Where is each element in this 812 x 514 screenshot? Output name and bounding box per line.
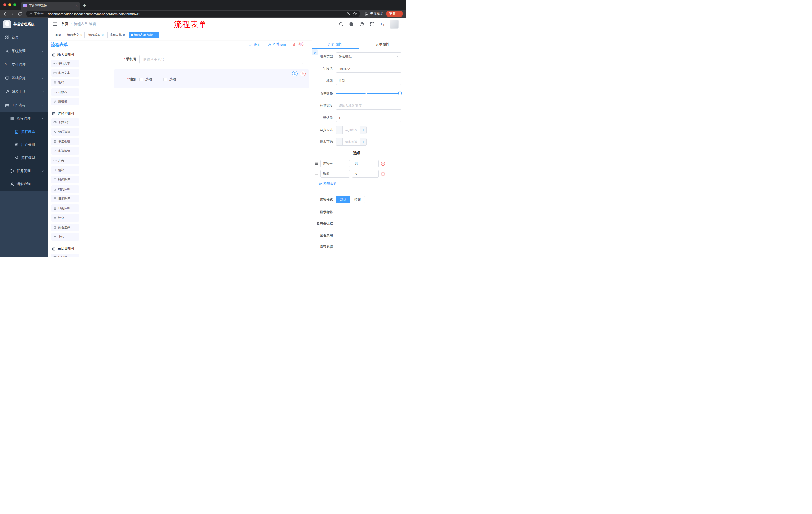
tag-process-model[interactable]: 流程模型× (86, 32, 106, 38)
style-button-button[interactable]: 按钮 (350, 196, 365, 204)
traffic-light-zoom[interactable] (13, 3, 16, 6)
tag-process-definition[interactable]: 流程定义× (65, 32, 85, 38)
security-chip[interactable]: 不安全 (29, 11, 44, 16)
forward-icon[interactable] (10, 11, 14, 16)
option-label-input[interactable] (320, 170, 350, 178)
sidebar-item-task-management[interactable]: 任务管理 (0, 164, 48, 178)
slider-handle[interactable] (398, 91, 402, 95)
palette-item-checkbox-group[interactable]: 多选框组 (51, 147, 79, 155)
close-icon[interactable]: × (123, 33, 125, 37)
traffic-light-close[interactable] (3, 3, 6, 6)
grid-slider[interactable] (336, 89, 402, 97)
palette-item-single-line-text[interactable]: 单行文本 (51, 60, 79, 67)
sidebar-item-dev-tools[interactable]: 研发工具 (0, 85, 48, 99)
title-input[interactable] (336, 77, 402, 85)
phone-input[interactable] (140, 55, 303, 64)
delete-widget-button[interactable] (300, 71, 306, 77)
sidebar-item-process-management[interactable]: 流程管理 (0, 112, 48, 125)
increase-button[interactable]: + (360, 138, 366, 145)
palette-item-multi-line-text[interactable]: 多行文本 (51, 69, 79, 77)
avatar[interactable] (390, 20, 399, 29)
browser-tab[interactable]: 芋道管理系统 × (21, 1, 80, 9)
sidebar-item-payment-management[interactable]: ¥支付管理 (0, 58, 48, 72)
user-menu[interactable] (390, 20, 403, 29)
tag-process-form-edit[interactable]: 流程表单-编辑× (128, 32, 159, 38)
github-icon[interactable] (349, 22, 354, 26)
decrease-button[interactable]: − (336, 138, 343, 145)
tag-process-form[interactable]: 流程表单× (107, 32, 127, 38)
close-icon[interactable]: × (76, 4, 78, 7)
address-bar[interactable]: 不安全 dashboard.yudao.iocoder.cn/bpm/manag… (26, 10, 360, 17)
tab-form-props[interactable]: 表单属性 (359, 40, 406, 49)
label-width-input[interactable] (336, 102, 402, 110)
save-button[interactable]: 保存 (249, 42, 261, 47)
sidebar-item-process-form[interactable]: 流程表单 (0, 125, 48, 138)
sidebar-item-process-model[interactable]: 流程模型 (0, 152, 48, 164)
widget-phone[interactable]: *手机号 (114, 52, 309, 67)
tag-home[interactable]: 首页 (53, 32, 63, 38)
close-icon[interactable]: × (80, 33, 82, 37)
palette-item-radio-group[interactable]: 单选框组 (51, 138, 79, 145)
close-icon[interactable]: × (154, 33, 156, 37)
view-json-button[interactable]: 查看json (267, 42, 286, 47)
palette-item-password[interactable]: 密码 (51, 79, 79, 86)
default-value-input[interactable] (336, 114, 402, 122)
kebab-menu-icon[interactable]: ⋮ (398, 12, 401, 16)
sidebar-item-home[interactable]: 首页 (0, 31, 48, 44)
back-icon[interactable] (2, 11, 7, 16)
palette-item-color-picker[interactable]: 颜色选择 (51, 223, 79, 231)
palette-item-select[interactable]: 下拉选择 (51, 118, 79, 126)
sidebar-item-system-management[interactable]: 系统管理 (0, 44, 48, 58)
palette-item-counter[interactable]: 123计数器 (51, 88, 79, 96)
sidebar-item-infrastructure[interactable]: 基础设施 (0, 72, 48, 85)
key-icon[interactable] (347, 12, 351, 16)
minus-circle-icon[interactable] (381, 171, 385, 176)
reload-icon[interactable] (18, 11, 22, 16)
option-value-input[interactable] (352, 170, 379, 178)
add-option-button[interactable]: 添加选项 (318, 181, 402, 186)
palette-item-time-range[interactable]: 时间范围 (51, 185, 79, 193)
palette-item-time-picker[interactable]: 时间选择 (51, 176, 79, 183)
bookmark-star-icon[interactable] (353, 12, 357, 16)
increase-button[interactable]: + (360, 127, 366, 134)
copy-widget-button[interactable] (292, 71, 298, 77)
tab-component-props[interactable]: 组件属性 (312, 40, 359, 49)
decrease-button[interactable]: − (336, 127, 343, 134)
form-canvas[interactable]: *手机号 *性别 选项一 (111, 49, 312, 257)
breadcrumb-home[interactable]: 首页 (61, 22, 68, 26)
palette-item-slider[interactable]: 滑块 (51, 166, 79, 174)
sidebar-item-user-group[interactable]: 用户分组 (0, 138, 48, 152)
palette-item-switch[interactable]: 开关 (51, 157, 79, 164)
style-default-button[interactable]: 默认 (336, 196, 350, 204)
option-label-input[interactable] (320, 160, 350, 167)
checkbox-icon[interactable] (140, 78, 143, 81)
close-icon[interactable]: × (102, 33, 104, 37)
sidebar-item-leave-query[interactable]: 请假查询 (0, 178, 48, 191)
fullscreen-icon[interactable] (370, 22, 374, 26)
drag-icon[interactable] (314, 162, 318, 166)
gender-option-2[interactable]: 选项二 (163, 77, 180, 82)
minus-circle-icon[interactable] (381, 161, 385, 166)
new-tab-button[interactable]: + (83, 3, 86, 8)
palette-item-editor[interactable]: 编辑器 (51, 98, 79, 105)
checkbox-icon[interactable] (163, 78, 167, 81)
palette-item-cascader[interactable]: 级联选择 (51, 128, 79, 136)
traffic-light-minimize[interactable] (8, 3, 11, 6)
hamburger-icon[interactable] (52, 22, 57, 27)
browser-update-button[interactable]: 更新 ⋮ (386, 10, 403, 17)
clear-button[interactable]: 清空 (292, 42, 304, 47)
palette-item-upload[interactable]: 上传 (51, 233, 79, 241)
gender-option-1[interactable]: 选项一 (140, 77, 156, 82)
palette-item-row-container[interactable]: 行容器 (51, 254, 79, 257)
palette-item-rate[interactable]: 评分 (51, 214, 79, 221)
palette-item-date-picker[interactable]: 日期选择 (51, 195, 79, 202)
widget-gender[interactable]: *性别 选项一 选项二 (114, 69, 309, 88)
component-type-select[interactable] (336, 52, 402, 60)
search-icon[interactable] (339, 22, 343, 26)
question-icon[interactable] (359, 22, 364, 26)
sidebar-item-workflow[interactable]: 工作流程 (0, 99, 48, 112)
option-value-input[interactable] (352, 160, 379, 167)
palette-item-date-range[interactable]: 日期范围 (51, 205, 79, 212)
field-name-input[interactable] (336, 64, 402, 73)
drag-icon[interactable] (314, 172, 318, 176)
